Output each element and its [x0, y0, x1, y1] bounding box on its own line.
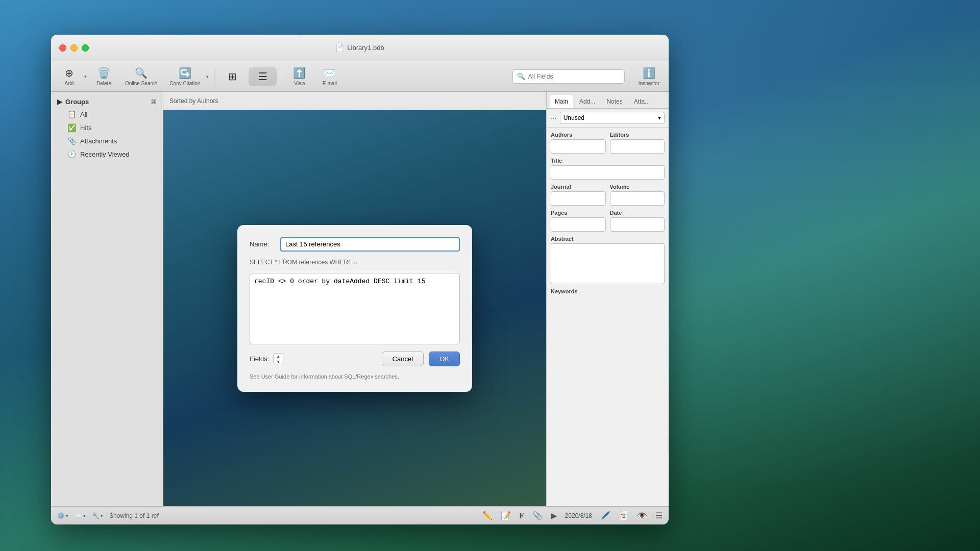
pages-field-group: Pages [551, 210, 606, 232]
modal-name-row: Name: [250, 237, 460, 252]
traffic-lights [59, 44, 89, 52]
journal-label: Journal [551, 184, 606, 190]
inspector-dropdown[interactable]: Unused ▾ [560, 112, 665, 124]
sync-button-group[interactable]: ☁️ ▾ [75, 512, 86, 519]
search-bar[interactable]: 🔍 [512, 69, 625, 84]
cloud-icon[interactable]: ☁️ [75, 512, 82, 519]
list-icon: ☰ [258, 70, 267, 83]
copy-citation-arrow-icon[interactable]: ▾ [205, 73, 210, 80]
main-content: ▶ Groups ⌘ 📋 All ✅ Hits 📎 Attachments 🕐 … [51, 92, 669, 506]
tools-button-group[interactable]: 🔧 ▾ [92, 512, 103, 519]
add-button[interactable]: ⊕ Add [55, 64, 83, 89]
toolbar: ⊕ Add ▾ 🗑️ Delete 🔍 Online Search ↪️ Cop… [51, 61, 669, 92]
smart-group-dialog: Name: SELECT * FROM references WHERE... … [237, 225, 472, 392]
maximize-button[interactable] [82, 44, 89, 52]
pages-input[interactable] [551, 217, 606, 232]
grid-view-button[interactable]: ⊞ [218, 67, 247, 86]
sidebar-item-hits[interactable]: ✅ Hits [53, 121, 161, 134]
email-icon: ✉️ [323, 67, 336, 79]
note-icon[interactable]: 📝 [501, 511, 511, 520]
file-icon: 📄 [335, 44, 344, 52]
add-icon: ⊕ [65, 67, 74, 79]
inspector-tab-add[interactable]: Add... [574, 95, 600, 108]
tools-icon[interactable]: 🔧 [92, 512, 100, 519]
modal-query-textarea[interactable]: recID <> 0 order by dateAdded DESC limit… [250, 273, 460, 344]
keywords-label: Keywords [551, 288, 665, 294]
inspector-tab-main[interactable]: Main [550, 95, 573, 108]
content-area: Name: SELECT * FROM references WHERE... … [163, 110, 546, 506]
sidebar-item-attachments[interactable]: 📎 Attachments [53, 134, 161, 147]
settings-icon[interactable]: ⚙️ [57, 512, 65, 519]
modal-name-input[interactable] [280, 237, 460, 252]
list-view-status-icon[interactable]: ☰ [655, 511, 663, 520]
editors-input[interactable] [610, 139, 665, 154]
close-button[interactable] [59, 44, 66, 52]
settings-arrow-icon[interactable]: ▾ [66, 513, 68, 518]
online-search-button[interactable]: 🔍 Online Search [120, 64, 162, 89]
all-icon: 📋 [67, 110, 76, 118]
copy-citation-icon: ↪️ [179, 67, 191, 79]
inspector-tab-notes[interactable]: Notes [601, 95, 627, 108]
authors-input[interactable] [551, 139, 606, 154]
hits-icon: ✅ [67, 123, 76, 132]
inspector-tab-atta[interactable]: Atta... [629, 95, 655, 108]
play-icon[interactable]: ▶ [551, 511, 557, 520]
view-button[interactable]: ⬆️ View [285, 64, 313, 89]
status-bar: ⚙️ ▾ ☁️ ▾ 🔧 ▾ Showing 1 of 1 ref ✏️ 📝 𝐅 … [51, 506, 669, 524]
add-arrow-icon[interactable]: ▾ [83, 73, 88, 80]
bold-icon[interactable]: 𝐅 [519, 511, 524, 520]
cloud-arrow-icon[interactable]: ▾ [83, 513, 86, 518]
sidebar-item-recently-viewed[interactable]: 🕐 Recently Viewed [53, 147, 161, 161]
sort-header: Sorted by Authors [163, 92, 546, 110]
search-input[interactable] [528, 73, 620, 80]
sidebar-item-all[interactable]: 📋 All [53, 108, 161, 121]
showing-status: Showing 1 of 1 ref [109, 512, 159, 519]
modal-overlay: Name: SELECT * FROM references WHERE... … [163, 110, 546, 506]
window-title-area: 📄 Library1.bdb [335, 44, 384, 52]
tools-arrow-icon[interactable]: ▾ [101, 513, 103, 518]
delete-button[interactable]: 🗑️ Delete [90, 64, 118, 89]
fields-stepper[interactable]: ▲ ▼ [273, 353, 283, 364]
app-window: 📄 Library1.bdb ⊕ Add ▾ 🗑️ Delete 🔍 Onlin… [51, 35, 669, 524]
minimize-button[interactable] [70, 44, 78, 52]
pencil-edit-icon[interactable]: 🖊️ [600, 511, 610, 520]
grid-icon: ⊞ [228, 70, 237, 83]
settings-button-group[interactable]: ⚙️ ▾ [57, 512, 68, 519]
email-button[interactable]: ✉️ E-mail [315, 64, 344, 89]
toolbar-separator-1 [214, 67, 214, 86]
modal-fields-row: Fields: ▲ ▼ [250, 353, 283, 364]
pages-label: Pages [551, 210, 606, 216]
copy-citation-button[interactable]: ↪️ Copy Citation [164, 64, 205, 89]
authors-editors-row: Authors Editors [551, 132, 665, 154]
search-bar-icon: 🔍 [517, 72, 525, 80]
editors-field-group: Editors [610, 132, 665, 154]
date-input[interactable] [610, 217, 665, 232]
delete-icon: 🗑️ [97, 67, 110, 79]
modal-name-label: Name: [250, 240, 274, 248]
status-date: 2020/8/18 [565, 512, 592, 519]
copy-citation-button-group[interactable]: ↪️ Copy Citation ▾ [164, 64, 210, 89]
pages-date-row: Pages Date [551, 210, 665, 232]
inspector-tabs: Main Add... Notes Atta... [547, 92, 669, 109]
add-button-group[interactable]: ⊕ Add ▾ [55, 64, 88, 89]
preview-icon[interactable]: 👁️ [637, 511, 647, 520]
card-icon[interactable]: 🃏 [619, 511, 629, 520]
title-bar: 📄 Library1.bdb [51, 35, 669, 61]
dropdown-arrow-icon: ▾ [658, 114, 661, 121]
volume-label: Volume [610, 184, 665, 190]
journal-input[interactable] [551, 191, 606, 206]
search-icon: 🔍 [135, 67, 148, 79]
inspector-button[interactable]: ℹ️ Inspector [633, 64, 665, 89]
paperclip-icon[interactable]: 📎 [532, 511, 543, 520]
volume-input[interactable] [610, 191, 665, 206]
date-label: Date [610, 210, 665, 216]
modal-info-text: See User Guide for information about SQL… [250, 373, 460, 380]
abstract-input[interactable] [551, 243, 665, 284]
ok-button[interactable]: OK [429, 352, 460, 366]
title-input[interactable] [551, 165, 665, 180]
list-view-button[interactable]: ☰ [249, 67, 277, 86]
window-title: Library1.bdb [347, 44, 384, 52]
inspector-panel: Main Add... Notes Atta... ··· Unused ▾ A… [546, 92, 669, 506]
edit-icon[interactable]: ✏️ [482, 511, 493, 520]
cancel-button[interactable]: Cancel [382, 352, 424, 366]
